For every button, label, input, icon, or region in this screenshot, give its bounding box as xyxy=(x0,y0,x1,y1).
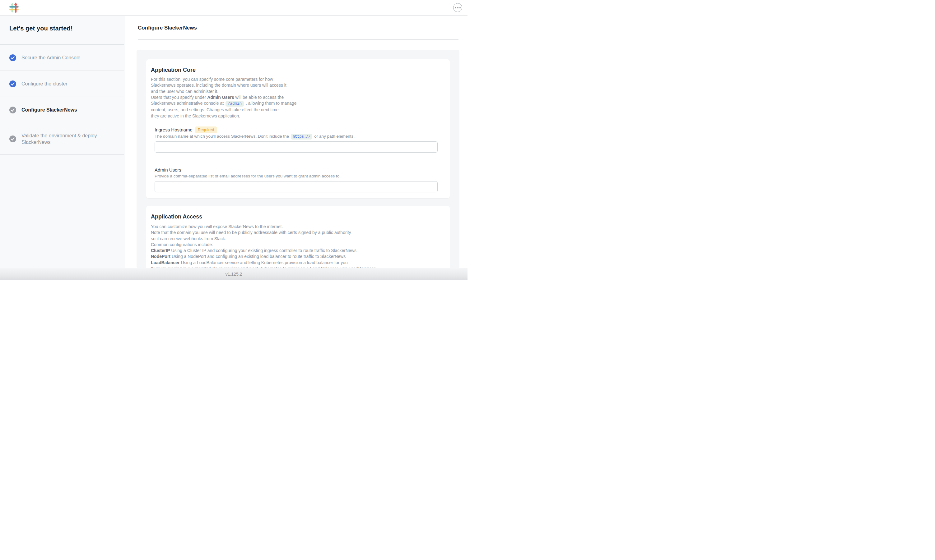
section-application-core: Application Core For this section, you c… xyxy=(146,59,450,198)
check-circle-icon xyxy=(9,135,16,142)
config-panel: Application Core For this section, you c… xyxy=(137,50,460,268)
sidebar-step-configure-cluster[interactable]: Configure the cluster xyxy=(0,71,124,97)
field-label: Ingress Hostname xyxy=(154,127,193,133)
step-label: Secure the Admin Console xyxy=(22,54,80,61)
main-content: Configure SlackerNews Application Core F… xyxy=(124,16,468,268)
ellipsis-icon xyxy=(455,7,456,8)
step-label: Configure SlackerNews xyxy=(22,106,77,113)
sidebar-step-validate-deploy[interactable]: Validate the environment & deploy Slacke… xyxy=(0,123,124,155)
section-title: Application Access xyxy=(151,213,441,220)
field-help-text: The domain name at which you'll access S… xyxy=(154,134,438,140)
page-title: Configure SlackerNews xyxy=(138,24,468,31)
section-application-access: Application Access You can customize how… xyxy=(146,206,450,268)
check-circle-icon xyxy=(9,54,16,61)
field-label: Admin Users xyxy=(154,167,181,173)
slackernews-logo-icon xyxy=(9,3,19,13)
ingress-hostname-input[interactable] xyxy=(154,142,438,152)
setup-steps-sidebar: Let's get you started! Secure the Admin … xyxy=(0,16,124,268)
sidebar-step-configure-slackernews[interactable]: Configure SlackerNews xyxy=(0,97,124,123)
overflow-menu-button[interactable] xyxy=(453,3,462,12)
admin-users-input[interactable] xyxy=(154,181,438,192)
required-badge: Required xyxy=(195,126,217,133)
field-help-text: Provide a comma-separated list of email … xyxy=(154,174,438,179)
field-ingress-hostname: Ingress Hostname Required The domain nam… xyxy=(154,126,438,152)
sidebar-title: Let's get you started! xyxy=(0,24,124,32)
section-title: Application Core xyxy=(151,66,441,74)
top-bar xyxy=(0,0,468,16)
setup-wizard-window: Let's get you started! Secure the Admin … xyxy=(0,0,468,280)
step-label: Configure the cluster xyxy=(22,80,68,87)
step-label: Validate the environment & deploy Slacke… xyxy=(22,132,115,145)
field-admin-users: Admin Users Provide a comma-separated li… xyxy=(154,167,438,192)
check-circle-icon xyxy=(9,106,16,114)
section-description: For this section, you can specify some c… xyxy=(151,77,441,119)
footer-bar: v1.125.2 xyxy=(0,268,468,280)
check-circle-icon xyxy=(9,80,16,87)
app-version: v1.125.2 xyxy=(225,272,242,277)
section-description: You can customize how you will expose Sl… xyxy=(151,224,441,268)
sidebar-step-secure-admin-console[interactable]: Secure the Admin Console xyxy=(0,45,124,71)
